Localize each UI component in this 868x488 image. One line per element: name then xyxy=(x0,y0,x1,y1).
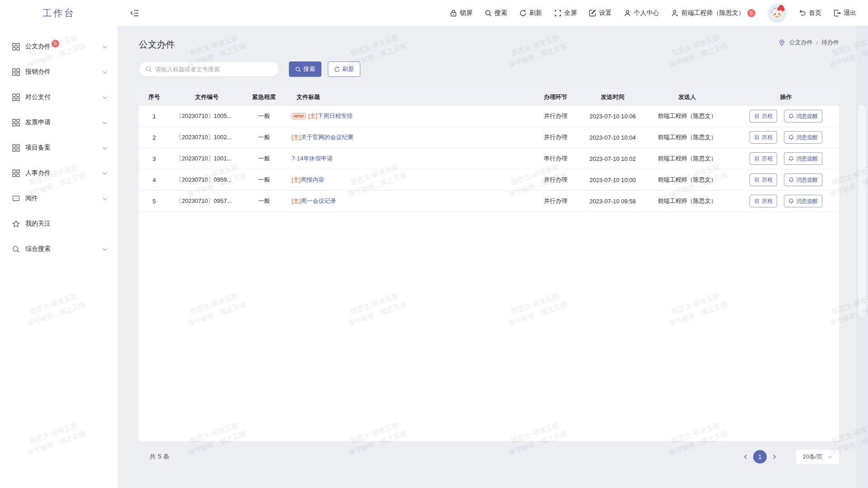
cell-actions: 历程 消息提醒 xyxy=(733,174,839,186)
document-title-link[interactable]: [主]关于官网的会议纪要 xyxy=(292,133,354,141)
sidebar-item-global-search[interactable]: 综合搜索 xyxy=(0,236,118,262)
search-input[interactable] xyxy=(155,66,272,73)
page-number[interactable]: 1 xyxy=(753,450,767,464)
history-button[interactable]: 历程 xyxy=(750,195,777,207)
cell-doc-no: 〔20230710〕0959... xyxy=(170,176,244,184)
grid-icon xyxy=(12,144,20,152)
user-icon xyxy=(624,9,631,17)
message-reminder-button[interactable]: 消息提醒 xyxy=(784,152,822,165)
breadcrumb-root[interactable]: 公文办件 xyxy=(789,38,812,47)
cell-actions: 历程 消息提醒 xyxy=(733,110,839,122)
document-title-link[interactable]: [主]周报内容 xyxy=(292,176,324,184)
documents-table: 序号 文件编号 紧急程度 文件标题 办理环节 发送时间 发送人 操作 1 〔20… xyxy=(139,89,839,441)
sidebar-badge: 5 xyxy=(52,40,59,47)
sidebar-item-hr[interactable]: 人事办件 xyxy=(0,160,118,186)
message-reminder-button[interactable]: 消息提醒 xyxy=(784,131,822,144)
document-title-link[interactable]: [主]下周日程安排 xyxy=(308,112,353,120)
cell-doc-no: 〔20230710〕1001... xyxy=(170,155,244,163)
search-icon xyxy=(146,66,152,72)
cell-no: 4 xyxy=(139,177,170,183)
sidebar-item-invoice-request[interactable]: 发票申请 xyxy=(0,110,118,135)
history-button[interactable]: 历程 xyxy=(750,174,777,186)
breadcrumb: 公文办件 / 待办件 xyxy=(778,38,839,47)
message-reminder-button[interactable]: 消息提醒 xyxy=(784,174,822,186)
message-reminder-button[interactable]: 消息提醒 xyxy=(784,110,822,122)
sidebar-item-reading[interactable]: 阅件 xyxy=(0,186,118,211)
cell-doc-no: 〔20230710〕0957... xyxy=(170,197,244,205)
sidebar-item-favorites[interactable]: 我的关注 xyxy=(0,211,118,236)
logout-button[interactable]: 退出 xyxy=(834,9,856,17)
fullscreen-button[interactable]: 全屏 xyxy=(554,9,577,17)
search-input-wrapper xyxy=(139,61,279,77)
cell-title: NEW! [主]周一会议记录 xyxy=(284,197,528,205)
page-size-select[interactable]: 20条/页 xyxy=(796,449,839,465)
chevron-down-icon xyxy=(102,120,108,125)
lock-icon xyxy=(450,9,457,17)
cell-step: 并行办理 xyxy=(528,112,584,120)
chevron-down-icon xyxy=(102,44,108,49)
grid-icon xyxy=(12,119,20,127)
bell-icon xyxy=(788,177,794,183)
history-button[interactable]: 历程 xyxy=(750,110,777,122)
home-button[interactable]: 首页 xyxy=(799,9,821,17)
sidebar-item-project-filing[interactable]: 项目备案 xyxy=(0,135,118,160)
sidebar-item-official-docs[interactable]: 公文办件 5 xyxy=(0,34,118,59)
cell-time: 2023-07-10 09:58 xyxy=(584,198,642,205)
settings-button[interactable]: 设置 xyxy=(589,9,612,17)
refresh-button[interactable]: 刷新 xyxy=(328,61,360,77)
col-header-doc-no: 文件编号 xyxy=(170,93,244,101)
sidebar-item-label: 人事办件 xyxy=(25,169,51,177)
sidebar-item-reimbursement[interactable]: 报销办件 xyxy=(0,59,118,84)
cell-actions: 历程 消息提醒 xyxy=(733,152,839,165)
chevron-down-icon xyxy=(102,246,108,252)
cell-time: 2023-07-10 10:00 xyxy=(584,177,642,183)
table-row: 2 〔20230710〕1002... 一般 NEW! [主]关于官网的会议纪要… xyxy=(139,127,839,148)
comment-icon xyxy=(12,195,20,202)
total-count: 共 5 条 xyxy=(139,453,170,461)
lock-screen-button[interactable]: 锁屏 xyxy=(450,9,472,17)
refresh-icon xyxy=(519,9,527,17)
search-button[interactable]: 搜索 xyxy=(289,61,321,77)
document-title-link[interactable]: [主]周一会议记录 xyxy=(292,197,336,205)
cell-title: NEW! 7-14年休假申请 xyxy=(284,155,528,163)
table-row: 4 〔20230710〕0959... 一般 NEW! [主]周报内容 并行办理… xyxy=(139,169,839,191)
header-search-button[interactable]: 搜索 xyxy=(485,9,507,17)
sidebar-collapse-icon[interactable] xyxy=(130,9,139,18)
cell-step: 并行办理 xyxy=(528,176,584,184)
document-title-link[interactable]: 7-14年休假申请 xyxy=(292,155,333,163)
page-scrollbar[interactable] xyxy=(856,26,868,488)
profile-center-button[interactable]: 个人中心 xyxy=(624,9,659,17)
table-row: 3 〔20230710〕1001... 一般 NEW! 7-14年休假申请 串行… xyxy=(139,148,839,169)
history-button[interactable]: 历程 xyxy=(750,131,777,144)
header-refresh-button[interactable]: 刷新 xyxy=(519,9,542,17)
col-header-no: 序号 xyxy=(139,93,170,101)
breadcrumb-separator: / xyxy=(816,39,818,46)
chevron-down-icon xyxy=(827,455,832,460)
cell-urgency: 一般 xyxy=(244,197,284,205)
search-icon xyxy=(295,66,301,72)
prev-page-button[interactable] xyxy=(741,452,750,462)
chevron-down-icon xyxy=(102,94,108,100)
scrollbar-thumb[interactable] xyxy=(858,105,866,317)
cell-time: 2023-07-10 10:02 xyxy=(584,155,642,162)
chevron-down-icon xyxy=(102,145,108,150)
sidebar-item-corporate-payment[interactable]: 对公支付 xyxy=(0,84,118,110)
next-page-button[interactable] xyxy=(769,452,779,462)
current-user[interactable]: 前端工程师（陈思文） 5 xyxy=(671,9,755,17)
chevron-left-icon xyxy=(743,454,748,460)
message-reminder-button[interactable]: 消息提醒 xyxy=(784,195,822,207)
search-icon xyxy=(485,9,492,17)
main-doc-prefix: [主] xyxy=(292,197,301,204)
cell-actions: 历程 消息提醒 xyxy=(733,195,839,207)
avatar[interactable] xyxy=(768,4,787,23)
chevron-right-icon xyxy=(772,454,777,460)
cell-sender: 前端工程师（陈思文） xyxy=(642,176,733,184)
col-header-title: 文件标题 xyxy=(284,93,528,101)
cell-no: 2 xyxy=(139,134,170,141)
table-row: 5 〔20230710〕0957... 一般 NEW! [主]周一会议记录 并行… xyxy=(139,191,839,212)
history-button[interactable]: 历程 xyxy=(750,152,777,165)
sidebar: 工作台 公文办件 5 报销办件 对公支付 发票申请 项目备案 xyxy=(0,0,118,488)
col-header-urgency: 紧急程度 xyxy=(244,93,284,101)
main-doc-prefix: [主] xyxy=(292,134,301,141)
fullscreen-icon xyxy=(554,9,561,17)
